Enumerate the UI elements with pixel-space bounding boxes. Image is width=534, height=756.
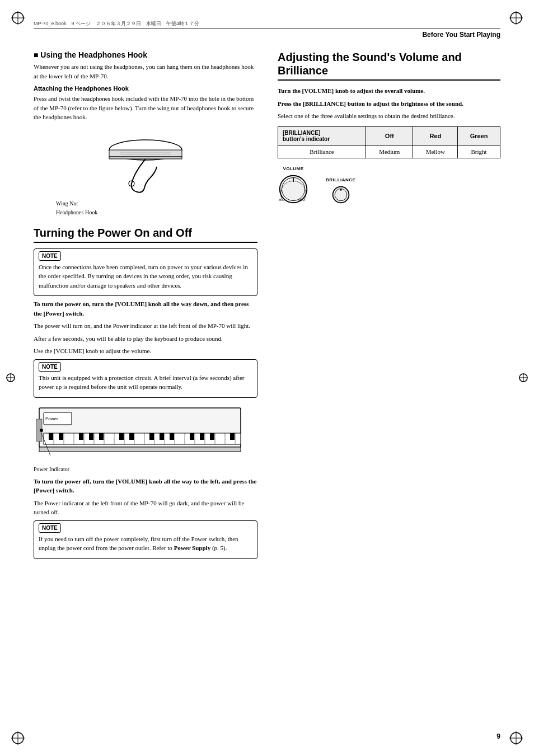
headphones-section: Using the Headphones Hook Whenever you a…	[34, 50, 257, 217]
table-header-0: [BRILLIANCE]button's indicator	[278, 126, 366, 145]
power-on-body1: The power will turn on, and the Power in…	[34, 321, 257, 331]
note1-body: Once the connections have been completed…	[39, 262, 252, 290]
power-heading: Turning the Power On and Off	[34, 226, 257, 243]
svg-point-63	[40, 429, 43, 432]
brilliance-knob-group: BRILLIANCE	[326, 177, 355, 206]
figure-captions: Wing Nut Headphones Hook	[56, 199, 257, 217]
power-off-body: The Power indicator at the left front of…	[34, 499, 257, 517]
volume-knob-label: VOLUME	[278, 166, 309, 171]
corner-mark-br	[508, 730, 524, 746]
power-off-text: To turn the power off, turn the [VOLUME]…	[34, 477, 257, 495]
svg-rect-53	[129, 433, 134, 440]
svg-rect-57	[190, 433, 194, 440]
svg-rect-54	[149, 433, 154, 440]
headphones-hook-caption: Headphones Hook	[56, 208, 257, 217]
note-box-1: NOTE Once the connections have been comp…	[34, 248, 257, 297]
svg-rect-60	[230, 433, 235, 440]
svg-rect-51	[99, 433, 104, 440]
svg-point-72	[340, 189, 342, 191]
corner-mark-tr	[508, 10, 524, 26]
power-figure: Power	[34, 402, 257, 472]
brilliance-table: [BRILLIANCE]button's indicator Off Red G…	[278, 126, 500, 158]
wing-nut-caption: Wing Nut	[56, 199, 257, 208]
svg-rect-49	[79, 433, 83, 440]
header-bar: MP-70_e.book 9 ページ ２０６年３月２９日 水曜日 午後4時１７分…	[34, 20, 500, 39]
knob-diagrams: VOLUME MIN MAX	[278, 166, 500, 206]
power-on-text: To turn the power on, turn the [VOLUME] …	[34, 299, 257, 318]
power-on-body2: After a few seconds, you will be able to…	[34, 334, 257, 344]
table-cell-mellow: Mellow	[413, 145, 458, 158]
svg-rect-47	[49, 433, 53, 440]
headphones-body: Whenever you are not using the headphone…	[34, 62, 257, 81]
table-header-2: Red	[413, 126, 458, 145]
left-column: Using the Headphones Hook Whenever you a…	[34, 50, 257, 562]
svg-rect-19	[109, 150, 182, 157]
note-label-1: NOTE	[39, 251, 61, 261]
header-section-title: Before You Start Playing	[34, 31, 500, 39]
note-box-2: NOTE This unit is equipped with a protec…	[34, 359, 257, 398]
page: MP-70_e.book 9 ページ ２０６年３月２９日 水曜日 午後4時１７分…	[0, 0, 534, 756]
table-cell-label: Brilliance	[278, 145, 366, 158]
corner-mark-tl	[10, 10, 26, 26]
attaching-body: Press and twist the headphones hook incl…	[34, 94, 257, 122]
page-number: 9	[496, 732, 500, 740]
note2-body: This unit is equipped with a protection …	[39, 373, 252, 392]
table-header-1: Off	[366, 126, 413, 145]
svg-text:MAX: MAX	[298, 198, 305, 201]
svg-rect-55	[160, 433, 164, 440]
svg-rect-20	[109, 157, 182, 159]
attaching-heading: Attaching the Headphones Hook	[34, 85, 257, 92]
power-section: Turning the Power On and Off NOTE Once t…	[34, 226, 257, 559]
side-mark-left	[6, 373, 16, 384]
table-cell-bright: Bright	[458, 145, 500, 158]
sound-heading: Adjusting the Sound's Volume and Brillia…	[278, 50, 500, 81]
note-label-3: NOTE	[39, 523, 61, 533]
svg-rect-58	[200, 433, 204, 440]
note3-body: If you need to turn off the power comple…	[39, 534, 252, 553]
svg-rect-56	[170, 433, 174, 440]
svg-rect-52	[119, 433, 124, 440]
header-meta: MP-70_e.book 9 ページ ２０６年３月２９日 水曜日 午後4時１７分	[34, 20, 500, 27]
svg-rect-61	[39, 447, 241, 452]
select-text: Select one of the three available settin…	[278, 111, 500, 121]
side-mark-right	[518, 373, 528, 384]
two-column-layout: Using the Headphones Hook Whenever you a…	[34, 50, 500, 562]
svg-rect-59	[210, 433, 214, 440]
content-area: Using the Headphones Hook Whenever you a…	[34, 50, 500, 722]
corner-mark-bl	[10, 730, 26, 746]
headphones-figure	[34, 128, 257, 196]
power-indicator-caption: Power Indicator	[34, 466, 257, 472]
svg-rect-50	[89, 433, 93, 440]
table-header-3: Green	[458, 126, 500, 145]
svg-text:Power: Power	[45, 416, 58, 421]
table-cell-medium: Medium	[366, 145, 413, 158]
headphones-heading: Using the Headphones Hook	[34, 50, 257, 59]
right-column: Adjusting the Sound's Volume and Brillia…	[278, 50, 500, 562]
volume-text: Turn the [VOLUME] knob to adjust the ove…	[278, 86, 500, 96]
header-rule	[34, 29, 500, 29]
brilliance-knob-label: BRILLIANCE	[326, 177, 355, 182]
svg-rect-48	[59, 433, 63, 440]
volume-knob-group: VOLUME MIN MAX	[278, 166, 309, 206]
power-on-body3: Use the [VOLUME] knob to adjust the volu…	[34, 346, 257, 356]
brilliance-text: Press the [BRILLIANCE] button to adjust …	[278, 99, 500, 109]
note-label-2: NOTE	[39, 362, 61, 372]
note-box-3: NOTE If you need to turn off the power c…	[34, 520, 257, 559]
